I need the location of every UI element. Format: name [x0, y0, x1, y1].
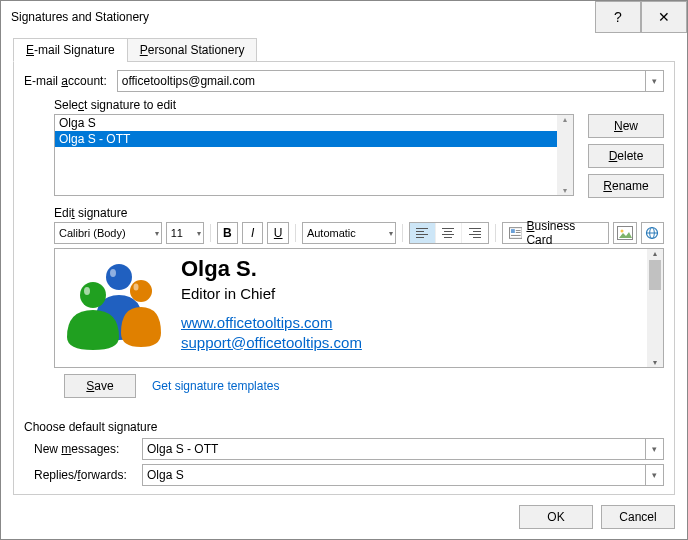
new-messages-select[interactable]: Olga S - OTT ▾	[142, 438, 664, 460]
svg-point-6	[620, 230, 623, 233]
content-area: E-mail Signature Personal Stationery E-m…	[1, 33, 687, 495]
chevron-down-icon: ▾	[155, 223, 159, 243]
edit-signature-label: Edit signature	[54, 206, 664, 220]
svg-point-15	[134, 284, 139, 291]
email-account-label: E-mail account:	[24, 74, 107, 88]
chevron-down-icon: ▾	[389, 223, 393, 243]
format-toolbar: Calibri (Body)▾ 11▾ B I U Automatic▾	[54, 222, 664, 244]
save-button[interactable]: Save	[64, 374, 136, 398]
insert-hyperlink-button[interactable]	[641, 222, 664, 244]
svg-point-14	[110, 269, 116, 277]
signature-action-buttons: New Delete Rename	[588, 114, 664, 198]
signature-text: Olga S. Editor in Chief www.officetoolti…	[181, 255, 362, 352]
font-size-select[interactable]: 11▾	[166, 222, 204, 244]
signature-name: Olga S.	[181, 255, 362, 284]
business-card-button[interactable]: Business Card	[502, 222, 609, 244]
email-signature-panel: E-mail account: officetooltips@gmail.com…	[13, 61, 675, 495]
align-right-button[interactable]	[462, 223, 488, 243]
align-center-button[interactable]	[436, 223, 462, 243]
separator	[402, 224, 403, 242]
signature-website-link[interactable]: www.officetooltips.com	[181, 314, 332, 331]
italic-button[interactable]: I	[242, 222, 263, 244]
scrollbar[interactable]: ▴▾	[557, 115, 573, 195]
svg-rect-2	[516, 230, 521, 231]
alignment-group	[409, 222, 489, 244]
insert-picture-button[interactable]	[613, 222, 636, 244]
link-icon	[644, 226, 660, 240]
chevron-down-icon: ▾	[645, 71, 663, 91]
dialog-footer: OK Cancel	[1, 495, 687, 539]
email-account-row: E-mail account: officetooltips@gmail.com…	[24, 70, 664, 92]
separator	[210, 224, 211, 242]
email-account-value: officetooltips@gmail.com	[122, 74, 255, 88]
help-button[interactable]: ?	[595, 1, 641, 33]
separator	[295, 224, 296, 242]
email-account-select[interactable]: officetooltips@gmail.com ▾	[117, 70, 664, 92]
default-signature-label: Choose default signature	[24, 420, 664, 434]
tab-personal-stationery[interactable]: Personal Stationery	[127, 38, 258, 62]
list-item[interactable]: Olga S - OTT	[55, 131, 573, 147]
new-messages-label: New messages:	[34, 442, 142, 456]
signature-content: Olga S. Editor in Chief www.officetoolti…	[55, 249, 647, 367]
get-templates-link[interactable]: Get signature templates	[152, 379, 279, 393]
signature-select-area: Olga S Olga S - OTT ▴▾ New Delete Rename	[54, 114, 664, 198]
chevron-down-icon: ▾	[197, 223, 201, 243]
signatures-dialog: Signatures and Stationery ? ✕ E-mail Sig…	[0, 0, 688, 540]
select-signature-label: Select signature to edit	[54, 98, 664, 112]
replies-forwards-value: Olga S	[147, 468, 184, 482]
svg-point-12	[80, 282, 106, 308]
replies-forwards-label: Replies/forwards:	[34, 468, 142, 482]
tab-strip: E-mail Signature Personal Stationery	[13, 38, 675, 62]
delete-button[interactable]: Delete	[588, 144, 664, 168]
cancel-button[interactable]: Cancel	[601, 505, 675, 529]
chevron-down-icon: ▾	[645, 465, 663, 485]
underline-button[interactable]: U	[267, 222, 288, 244]
new-messages-value: Olga S - OTT	[147, 442, 218, 456]
save-row: Save Get signature templates	[54, 374, 664, 398]
tab-email-signature[interactable]: E-mail Signature	[13, 38, 128, 62]
scrollbar[interactable]: ▴ ▾	[647, 249, 663, 367]
picture-icon	[617, 226, 633, 240]
signature-editor[interactable]: Olga S. Editor in Chief www.officetoolti…	[54, 248, 664, 368]
chevron-down-icon: ▾	[645, 439, 663, 459]
close-button[interactable]: ✕	[641, 1, 687, 33]
font-color-select[interactable]: Automatic▾	[302, 222, 396, 244]
signature-role: Editor in Chief	[181, 284, 362, 304]
svg-rect-1	[511, 229, 515, 233]
default-signature-section: Choose default signature New messages: O…	[24, 420, 664, 486]
window-title: Signatures and Stationery	[11, 10, 595, 24]
align-left-button[interactable]	[410, 223, 436, 243]
svg-rect-4	[511, 235, 521, 236]
separator	[495, 224, 496, 242]
new-button[interactable]: New	[588, 114, 664, 138]
svg-rect-3	[516, 232, 521, 233]
card-icon	[509, 227, 523, 239]
scroll-thumb[interactable]	[649, 260, 661, 290]
font-select[interactable]: Calibri (Body)▾	[54, 222, 162, 244]
replies-forwards-select[interactable]: Olga S ▾	[142, 464, 664, 486]
svg-point-13	[84, 287, 90, 295]
list-item[interactable]: Olga S	[55, 115, 573, 131]
titlebar: Signatures and Stationery ? ✕	[1, 1, 687, 33]
ok-button[interactable]: OK	[519, 505, 593, 529]
signature-listbox[interactable]: Olga S Olga S - OTT ▴▾	[54, 114, 574, 196]
people-icon	[63, 255, 163, 350]
svg-point-10	[106, 264, 132, 290]
rename-button[interactable]: Rename	[588, 174, 664, 198]
svg-point-11	[130, 280, 152, 302]
bold-button[interactable]: B	[217, 222, 238, 244]
signature-email-link[interactable]: support@officetooltips.com	[181, 334, 362, 351]
